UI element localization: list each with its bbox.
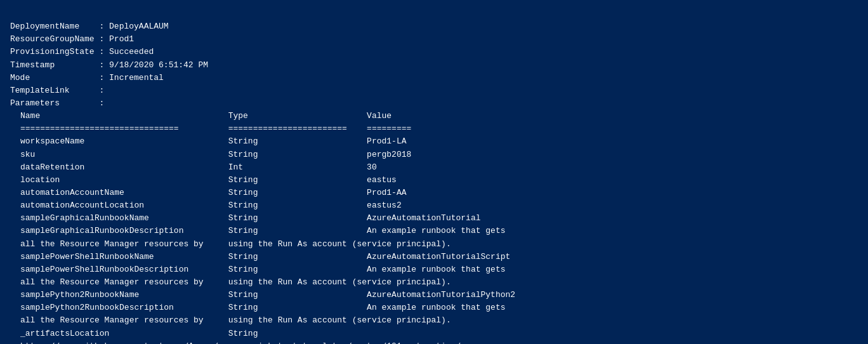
table-row: samplePython2RunbookName String AzureAut… bbox=[20, 289, 858, 301]
table-row: https://raw.githubusercontent.com/Azure/… bbox=[20, 340, 858, 344]
parameters-table: Name Type Value=========================… bbox=[20, 110, 858, 344]
table-row: automationAccountLocation String eastus2 bbox=[20, 199, 858, 212]
table-row: samplePowerShellRunbookDescription Strin… bbox=[20, 263, 858, 276]
field-row: ResourceGroupName : Prod1 bbox=[10, 33, 858, 46]
field-row: TemplateLink : bbox=[10, 84, 858, 97]
field-row: ProvisioningState : Succeeded bbox=[10, 46, 858, 58]
field-row: Mode : Incremental bbox=[10, 72, 858, 84]
field-row: DeploymentName : DeployAALAUM bbox=[10, 20, 858, 33]
table-row: samplePowerShellRunbookName String Azure… bbox=[20, 251, 858, 263]
terminal-output: DeploymentName : DeployAALAUMResourceGro… bbox=[10, 8, 858, 344]
field-label: ProvisioningState bbox=[10, 47, 99, 56]
field-row: Timestamp : 9/18/2020 6:51:42 PM bbox=[10, 59, 858, 72]
table-row: all the Resource Manager resources by us… bbox=[20, 276, 858, 289]
field-value: : Succeeded bbox=[99, 47, 154, 56]
table-row: workspaceName String Prod1-LA bbox=[20, 135, 858, 148]
table-row: location String eastus bbox=[20, 174, 858, 187]
field-value: : bbox=[99, 98, 104, 108]
field-label: Mode bbox=[10, 73, 99, 83]
field-value: : bbox=[99, 86, 104, 95]
field-label: DeploymentName bbox=[10, 22, 99, 31]
table-row: _artifactsLocation String bbox=[20, 327, 858, 340]
field-value: : Prod1 bbox=[99, 34, 134, 44]
field-row: Parameters : bbox=[10, 97, 858, 110]
field-value: : Incremental bbox=[99, 73, 163, 83]
table-row: automationAccountName String Prod1-AA bbox=[20, 187, 858, 199]
field-value: : 9/18/2020 6:51:42 PM bbox=[99, 60, 208, 70]
table-row: dataRetention Int 30 bbox=[20, 161, 858, 174]
table-row: sku String pergb2018 bbox=[20, 149, 858, 161]
table-row: all the Resource Manager resources by us… bbox=[20, 238, 858, 251]
field-label: TemplateLink bbox=[10, 86, 99, 95]
table-row: sampleGraphicalRunbookName String AzureA… bbox=[20, 212, 858, 225]
table-row: all the Resource Manager resources by us… bbox=[20, 314, 858, 327]
table-row: samplePython2RunbookDescription String A… bbox=[20, 301, 858, 314]
field-label: ResourceGroupName bbox=[10, 34, 99, 44]
field-label: Timestamp bbox=[10, 60, 99, 70]
table-separator-row: ================================ =======… bbox=[20, 122, 858, 135]
field-label: Parameters bbox=[10, 98, 99, 108]
field-value: : DeployAALAUM bbox=[99, 22, 168, 31]
table-row: sampleGraphicalRunbookDescription String… bbox=[20, 225, 858, 237]
table-header-row: Name Type Value bbox=[20, 110, 858, 122]
